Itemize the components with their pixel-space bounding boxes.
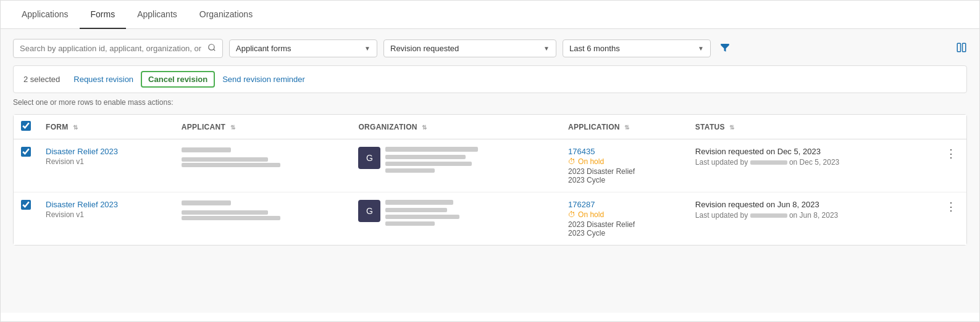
app-program: 2023 Disaster Relief	[568, 167, 681, 176]
form-name-link[interactable]: Disaster Relief 2023	[46, 200, 167, 209]
org-info	[385, 147, 478, 174]
status-label: Revision requested	[390, 44, 459, 53]
status-cell: Revision requested on Dec 5, 2023 Last u…	[688, 139, 936, 192]
app-id-link[interactable]: 176435	[568, 147, 681, 156]
select-all-header[interactable]	[14, 115, 38, 139]
svg-rect-2	[957, 43, 960, 52]
applications-table: FORM ⇅ APPLICANT ⇅ ORGANIZATION ⇅ APPL	[13, 114, 967, 246]
org-info	[385, 200, 459, 227]
table-row: Disaster Relief 2023 Revision v1 G	[14, 192, 966, 246]
on-hold-label: On hold	[578, 157, 604, 166]
status-text: Revision requested on Dec 5, 2023	[695, 147, 928, 156]
filter-bar: Applicant forms ▼ Revision requested ▼ L…	[13, 39, 967, 58]
tab-bar: Applications Forms Applicants Organizati…	[1, 1, 979, 29]
org-line4-blurred	[385, 221, 435, 226]
date-label: Last 6 months	[569, 44, 620, 53]
tab-applicants[interactable]: Applicants	[126, 1, 188, 29]
applicant-name-blurred	[182, 200, 231, 205]
app-cycle: 2023 Cycle	[568, 229, 681, 237]
org-cell: G	[351, 192, 561, 246]
applicant-address-blurred	[182, 210, 268, 215]
clock-icon: ⏱	[568, 210, 576, 219]
applicant-email-blurred	[182, 216, 280, 220]
hint-text: Select one or more rows to enable mass a…	[13, 98, 967, 107]
app-cycle: 2023 Cycle	[568, 176, 681, 184]
col-form: FORM ⇅	[38, 115, 174, 139]
row-checkbox-cell[interactable]	[14, 139, 38, 192]
search-box[interactable]	[13, 39, 223, 58]
date-dropdown[interactable]: Last 6 months ▼	[563, 39, 711, 57]
app-id-link[interactable]: 176287	[568, 200, 681, 209]
applicant-cell	[174, 139, 351, 192]
application-cell: 176287 ⏱ On hold 2023 Disaster Relief 20…	[561, 192, 688, 246]
form-type-label: Applicant forms	[236, 44, 291, 53]
filter-icon[interactable]	[719, 42, 731, 56]
form-cell: Disaster Relief 2023 Revision v1	[38, 192, 174, 246]
row-menu-cell[interactable]: ⋮	[936, 139, 966, 192]
svg-rect-3	[963, 43, 966, 52]
org-line2-blurred	[385, 208, 447, 212]
org-name-blurred	[385, 147, 478, 152]
app-program: 2023 Disaster Relief	[568, 220, 681, 229]
sort-icon[interactable]: ⇅	[624, 124, 629, 131]
svg-line-1	[214, 49, 216, 51]
form-cell: Disaster Relief 2023 Revision v1	[38, 139, 174, 192]
row-checkbox-cell[interactable]	[14, 192, 38, 246]
search-icon	[207, 43, 216, 54]
org-cell: G	[351, 139, 561, 192]
row-actions-menu[interactable]: ⋮	[943, 147, 959, 160]
applicant-cell	[174, 192, 351, 246]
status-updated: Last updated by on Jun 8, 2023	[695, 211, 928, 220]
row-checkbox[interactable]	[21, 200, 31, 210]
selected-count: 2 selected	[23, 75, 60, 84]
org-avatar: G	[358, 147, 380, 169]
chevron-down-icon: ▼	[543, 45, 550, 52]
on-hold-badge: ⏱ On hold	[568, 210, 681, 219]
org-line3-blurred	[385, 215, 459, 219]
status-updated: Last updated by on Dec 5, 2023	[695, 158, 928, 167]
updater-name-blurred	[750, 213, 787, 218]
request-revision-button[interactable]: Request revision	[67, 72, 140, 86]
form-type-dropdown[interactable]: Applicant forms ▼	[229, 39, 377, 57]
send-reminder-button[interactable]: Send revision reminder	[216, 72, 311, 86]
col-organization: ORGANIZATION ⇅	[351, 115, 561, 139]
col-status: STATUS ⇅	[688, 115, 936, 139]
col-applicant: APPLICANT ⇅	[174, 115, 351, 139]
status-cell: Revision requested on Jun 8, 2023 Last u…	[688, 192, 936, 246]
chevron-down-icon: ▼	[698, 45, 704, 52]
org-line2-blurred	[385, 155, 466, 159]
sort-icon[interactable]: ⇅	[729, 124, 734, 131]
form-sub-label: Revision v1	[46, 210, 167, 219]
select-all-checkbox[interactable]	[21, 121, 31, 131]
sort-icon[interactable]: ⇅	[230, 124, 235, 131]
status-dropdown[interactable]: Revision requested ▼	[383, 39, 556, 57]
chevron-down-icon: ▼	[364, 45, 371, 52]
row-actions-menu[interactable]: ⋮	[943, 200, 959, 213]
clock-icon: ⏱	[568, 157, 576, 166]
cancel-revision-button[interactable]: Cancel revision	[141, 71, 215, 88]
org-name-blurred	[385, 200, 453, 205]
applicant-address-blurred	[182, 157, 268, 162]
row-menu-cell[interactable]: ⋮	[936, 192, 966, 246]
action-bar: 2 selected Request revision Cancel revis…	[13, 65, 967, 93]
tab-forms[interactable]: Forms	[80, 1, 127, 29]
applicant-name-blurred	[182, 147, 231, 152]
col-application: APPLICATION ⇅	[561, 115, 688, 139]
table-row: Disaster Relief 2023 Revision v1 G	[14, 139, 966, 192]
sort-icon[interactable]: ⇅	[422, 124, 427, 131]
row-checkbox[interactable]	[21, 147, 31, 157]
status-text: Revision requested on Jun 8, 2023	[695, 200, 928, 209]
org-avatar: G	[358, 200, 380, 222]
on-hold-badge: ⏱ On hold	[568, 157, 681, 166]
form-name-link[interactable]: Disaster Relief 2023	[46, 147, 167, 156]
applicant-email-blurred	[182, 163, 280, 167]
on-hold-label: On hold	[578, 210, 604, 219]
sort-icon[interactable]: ⇅	[73, 124, 78, 131]
main-content: Applicant forms ▼ Revision requested ▼ L…	[1, 29, 979, 313]
columns-icon[interactable]	[956, 42, 967, 56]
form-sub-label: Revision v1	[46, 157, 167, 166]
search-input[interactable]	[20, 44, 204, 53]
tab-applications[interactable]: Applications	[10, 1, 80, 29]
org-line4-blurred	[385, 168, 435, 173]
tab-organizations[interactable]: Organizations	[188, 1, 264, 29]
